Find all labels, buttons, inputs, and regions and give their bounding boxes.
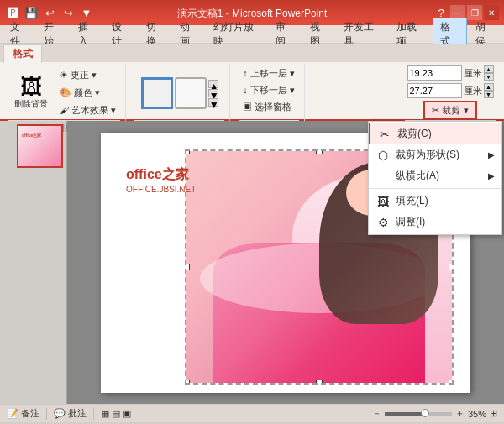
styles-up-button[interactable]: ▲: [208, 80, 218, 88]
corrections-button[interactable]: ☀ 更正 ▾: [55, 67, 120, 83]
crop-menu-item-fill[interactable]: 🖼 填充(L): [369, 191, 501, 212]
group-crop: 厘米 ▲ ▼ 厘米 ▲ ▼ ✂ 裁剪 ▾: [400, 64, 501, 136]
picture-style-items: ▲ ▼ ▼: [141, 65, 218, 120]
send-backward-button[interactable]: ↓ 下移一层 ▾: [239, 82, 299, 98]
menu-bar: 文件 开始 插入 设计 切换 动画 幻灯片放映 审阅 视图 开发工具 加载项 格…: [0, 25, 504, 44]
handle-mr[interactable]: [449, 264, 454, 270]
crop-fill-label: 填充(L): [396, 194, 428, 208]
remove-bg-button[interactable]: 🖼 删除背景: [8, 73, 54, 113]
adjust-items: 🖼 删除背景 ☀ 更正 ▾ 🎨 颜色 ▾ 🖌 艺术效果 ▾: [8, 65, 120, 120]
crop-dropdown-menu: ✂ 裁剪(C) ⬡ 裁剪为形状(S) ▶ 纵横比(A) ▶ 🖼 填充(L): [368, 121, 502, 235]
notes-icon: 📝: [7, 408, 18, 419]
width-row: 厘米 ▲ ▼: [407, 83, 494, 98]
art-effect-button[interactable]: 🖌 艺术效果 ▾: [55, 102, 120, 118]
crop-menu-divider: [369, 188, 501, 189]
slide-thumbnail-1[interactable]: office之家: [17, 124, 63, 168]
crop-menu-item-shape[interactable]: ⬡ 裁剪为形状(S) ▶: [369, 144, 501, 165]
crop-adjust-icon: ⚙: [375, 216, 391, 229]
handle-tm[interactable]: [316, 149, 323, 154]
height-spinner: ▲ ▼: [484, 65, 494, 81]
handle-br[interactable]: [449, 380, 454, 385]
remove-bg-label: 删除背景: [14, 98, 48, 110]
crop-item-label: 裁剪(C): [397, 127, 432, 141]
handle-tl[interactable]: [185, 149, 190, 154]
crop-ratio-arrow: ▶: [488, 171, 495, 181]
status-sep-2: [93, 408, 94, 420]
view-normal-icon[interactable]: ▦: [101, 408, 109, 419]
crop-icon: ✂: [377, 128, 392, 141]
remove-bg-icon: 🖼: [20, 76, 42, 97]
height-unit: 厘米: [464, 67, 482, 80]
style-2[interactable]: [175, 77, 207, 109]
ribbon-tabs: 格式: [0, 44, 504, 62]
crop-items: 厘米 ▲ ▼ 厘米 ▲ ▼ ✂ 裁剪 ▾: [407, 65, 494, 120]
handle-bl[interactable]: [185, 380, 190, 385]
styles-down-button[interactable]: ▼: [208, 89, 218, 97]
handle-bm[interactable]: [316, 380, 323, 385]
crop-menu-item-ratio[interactable]: 纵横比(A) ▶: [369, 165, 501, 186]
height-input[interactable]: [407, 65, 462, 81]
crop-shape-arrow: ▶: [488, 150, 495, 160]
crop-shape-label: 裁剪为形状(S): [396, 148, 459, 162]
crop-fill-icon: 🖼: [375, 195, 391, 208]
handle-ml[interactable]: [185, 264, 190, 270]
selection-pane-button[interactable]: ▣ 选择窗格: [239, 99, 296, 115]
width-input[interactable]: [407, 83, 462, 98]
notes-label[interactable]: 备注: [21, 407, 39, 420]
width-down-button[interactable]: ▼: [484, 91, 494, 98]
zoom-slider-fill: [385, 412, 425, 416]
height-up-button[interactable]: ▲: [484, 65, 494, 73]
ribbon: 格式 🖼 删除背景 ☀ 更正 ▾ 🎨 颜色 ▾ 🖌 艺术效果 ▾ 调整: [0, 44, 504, 121]
comments-icon: 💬: [54, 408, 66, 419]
zoom-level: 35%: [468, 409, 486, 419]
tab-format[interactable]: 格式: [3, 44, 42, 63]
height-row: 厘米 ▲ ▼: [407, 65, 494, 81]
fit-icon[interactable]: ⊞: [490, 408, 497, 419]
window-title: 演示文稿1 - Microsoft PowerPoint: [177, 7, 328, 21]
status-bar: 📝 备注 💬 批注 ▦ ▤ ▣ － ＋ 35% ⊞: [0, 404, 504, 422]
width-unit: 厘米: [464, 85, 482, 97]
view-slide-icon[interactable]: ▤: [112, 408, 120, 419]
color-button[interactable]: 🎨 颜色 ▾: [55, 85, 120, 101]
thumb-watermark: office之家: [22, 133, 41, 138]
zoom-out-icon[interactable]: －: [372, 407, 381, 420]
crop-menu-item-crop[interactable]: ✂ 裁剪(C): [369, 123, 501, 144]
style-1[interactable]: [141, 77, 173, 109]
bring-forward-button[interactable]: ↑ 上移一层 ▾: [239, 65, 299, 81]
slide-watermark: office之家: [126, 166, 189, 184]
zoom-in-icon[interactable]: ＋: [455, 407, 465, 420]
view-reading-icon[interactable]: ▣: [123, 408, 131, 419]
slide-watermark-sub: OFFICE.JBSI.NET: [126, 185, 196, 194]
crop-shape-icon: ⬡: [375, 149, 391, 162]
arrange-items: ↑ 上移一层 ▾ ↓ 下移一层 ▾ ▣ 选择窗格: [239, 65, 299, 120]
zoom-bar: － ＋ 35% ⊞: [372, 407, 497, 420]
comments-label[interactable]: 批注: [68, 407, 87, 420]
width-up-button[interactable]: ▲: [484, 83, 494, 91]
notes-item: 📝 备注: [7, 407, 39, 420]
crop-menu-item-adjust[interactable]: ⚙ 调整(I): [369, 212, 501, 233]
crop-ratio-label: 纵横比(A): [396, 169, 439, 183]
height-down-button[interactable]: ▼: [484, 73, 494, 81]
styles-more-button[interactable]: ▼: [208, 98, 218, 107]
zoom-thumb[interactable]: [421, 409, 429, 417]
status-sep-1: [46, 408, 47, 420]
crop-adjust-label: 调整(I): [396, 215, 425, 229]
slide-panel: 1 office之家: [0, 121, 67, 404]
zoom-slider[interactable]: [385, 412, 452, 416]
crop-button[interactable]: ✂ 裁剪 ▾: [423, 101, 476, 120]
comments-item: 💬 批注: [54, 407, 87, 420]
width-spinner: ▲ ▼: [484, 83, 494, 98]
view-icons-item: ▦ ▤ ▣: [101, 408, 131, 419]
